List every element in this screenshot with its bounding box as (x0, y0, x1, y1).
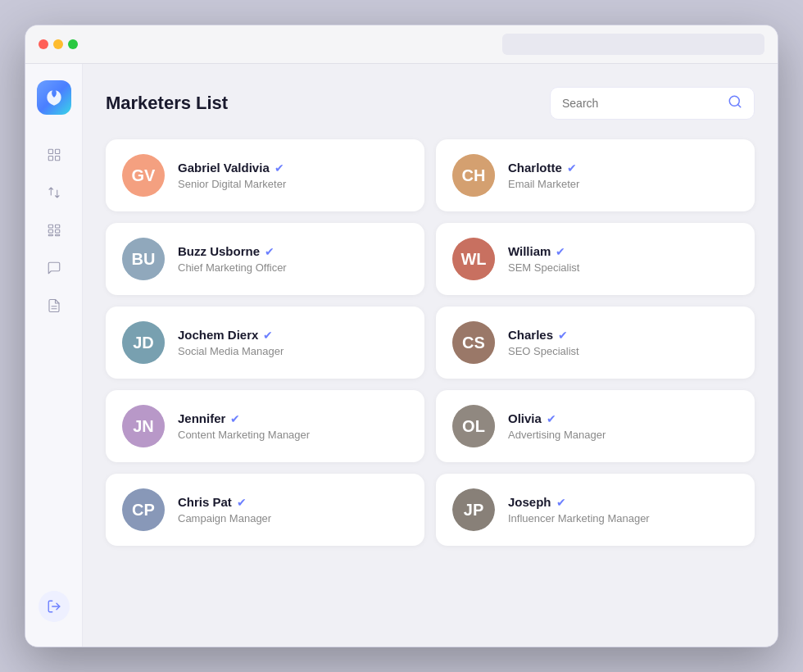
avatar-buzz: BU (122, 238, 165, 280)
marketer-info-gabriel: Gabriel Valdivia ✔ Senior Digital Market… (178, 161, 408, 190)
browser-window: Marketers List GV Gabriel Valdivia (25, 25, 778, 647)
avatar-initials-olivia: OL (452, 405, 495, 447)
svg-rect-8 (48, 234, 52, 236)
verified-icon-joseph: ✔ (556, 496, 566, 509)
marketer-name-row-buzz: Buzz Usborne ✔ (178, 244, 408, 258)
marketer-card-jennifer[interactable]: JN Jennifer ✔ Content Marketing Manager (106, 390, 424, 462)
minimize-button[interactable] (53, 39, 63, 49)
url-bar[interactable] (502, 34, 764, 55)
marketer-card-buzz[interactable]: BU Buzz Usborne ✔ Chief Marketing Office… (106, 223, 424, 295)
marketer-card-charlotte[interactable]: CH Charlotte ✔ Email Marketer (436, 139, 755, 211)
verified-icon-buzz: ✔ (265, 245, 274, 258)
avatar-initials-joseph: JP (452, 488, 495, 531)
marketer-name-row-jochem: Jochem Dierx ✔ (178, 328, 408, 342)
marketer-card-chrispat[interactable]: CP Chris Pat ✔ Campaign Manager (106, 474, 424, 546)
marketer-card-jochem[interactable]: JD Jochem Dierx ✔ Social Media Manager (106, 306, 424, 379)
marketer-name-row-charles: Charles ✔ (508, 328, 738, 342)
nav-layout-icon[interactable] (39, 139, 70, 170)
svg-rect-9 (55, 234, 59, 236)
verified-icon-gabriel: ✔ (274, 161, 284, 175)
marketer-role-olivia: Advertising Manager (508, 429, 738, 441)
marketer-name-william: William (508, 244, 551, 258)
verified-icon-charlotte: ✔ (567, 161, 577, 175)
avatar-chrispat: CP (122, 488, 165, 531)
marketer-info-buzz: Buzz Usborne ✔ Chief Marketing Officer (178, 244, 408, 274)
marketer-info-charlotte: Charlotte ✔ Email Marketer (508, 161, 738, 190)
marketer-info-olivia: Olivia ✔ Advertising Manager (508, 411, 738, 441)
maximize-button[interactable] (68, 39, 78, 49)
marketer-role-william: SEM Specialist (508, 261, 738, 274)
verified-icon-charles: ✔ (558, 329, 568, 342)
marketer-role-buzz: Chief Marketing Officer (178, 261, 408, 274)
avatar-initials-chrispat: CP (122, 488, 165, 531)
svg-rect-6 (48, 229, 52, 233)
avatar-initials-jennifer: JN (122, 405, 165, 447)
marketer-name-row-olivia: Olivia ✔ (508, 411, 738, 425)
marketer-name-row-william: William ✔ (508, 244, 738, 258)
logo-svg (43, 87, 65, 108)
avatar-olivia: OL (452, 405, 495, 447)
nav-document-icon[interactable] (39, 290, 70, 321)
avatar-initials-jochem: JD (122, 321, 165, 364)
svg-rect-2 (48, 157, 52, 161)
verified-icon-jennifer: ✔ (230, 412, 240, 425)
marketer-name-row-charlotte: Charlotte ✔ (508, 161, 738, 175)
avatar-initials-charles: CS (452, 321, 495, 364)
marketer-name-row-joseph: Joseph ✔ (508, 495, 738, 509)
avatar-initials-gabriel: GV (122, 154, 165, 197)
avatar-initials-charlotte: CH (452, 154, 495, 197)
marketer-role-charles: SEO Specialist (508, 345, 738, 357)
marketer-info-chrispat: Chris Pat ✔ Campaign Manager (178, 495, 408, 524)
marketer-info-jennifer: Jennifer ✔ Content Marketing Manager (178, 411, 408, 441)
marketer-name-olivia: Olivia (508, 411, 542, 425)
app-logo (37, 80, 71, 115)
marketer-name-jennifer: Jennifer (178, 411, 225, 425)
marketer-name-chrispat: Chris Pat (178, 495, 232, 509)
avatar-jennifer: JN (122, 405, 165, 447)
marketer-name-charlotte: Charlotte (508, 161, 562, 175)
marketer-role-jochem: Social Media Manager (178, 345, 408, 357)
svg-rect-5 (55, 225, 59, 228)
avatar-initials-buzz: BU (122, 238, 165, 280)
marketer-role-chrispat: Campaign Manager (178, 512, 408, 524)
marketer-card-gabriel[interactable]: GV Gabriel Valdivia ✔ Senior Digital Mar… (106, 139, 424, 211)
nav-sort-icon[interactable] (39, 177, 70, 208)
marketer-role-charlotte: Email Marketer (508, 178, 738, 190)
verified-icon-jochem: ✔ (263, 329, 273, 342)
avatar-initials-william: WL (452, 238, 495, 280)
marketer-card-joseph[interactable]: JP Joseph ✔ Influencer Marketing Manager (436, 474, 755, 546)
avatar-charles: CS (452, 321, 495, 364)
marketer-role-gabriel: Senior Digital Marketer (178, 178, 408, 190)
marketer-name-jochem: Jochem Dierx (178, 328, 258, 342)
logo-area (37, 80, 71, 115)
svg-line-14 (737, 104, 740, 107)
marketer-card-olivia[interactable]: OL Olivia ✔ Advertising Manager (436, 390, 755, 462)
main-content: Marketers List GV Gabriel Valdivia (83, 64, 778, 647)
logout-button[interactable] (39, 591, 70, 622)
marketer-card-william[interactable]: WL William ✔ SEM Specialist (436, 223, 755, 295)
marketer-name-joseph: Joseph (508, 495, 551, 509)
traffic-lights (39, 39, 78, 49)
search-input[interactable] (562, 97, 721, 110)
marketer-name-gabriel: Gabriel Valdivia (178, 161, 270, 175)
avatar-jochem: JD (122, 321, 165, 364)
marketer-name-charles: Charles (508, 328, 553, 342)
nav-grid-icon[interactable] (39, 215, 70, 246)
marketer-role-jennifer: Content Marketing Manager (178, 429, 408, 441)
svg-rect-1 (55, 149, 59, 153)
marketer-card-charles[interactable]: CS Charles ✔ SEO Specialist (436, 306, 755, 379)
marketer-name-row-chrispat: Chris Pat ✔ (178, 495, 408, 509)
nav-chat-icon[interactable] (39, 252, 70, 284)
search-icon[interactable] (728, 94, 742, 112)
avatar-joseph: JP (452, 488, 495, 531)
search-container (550, 87, 755, 120)
marketer-name-buzz: Buzz Usborne (178, 244, 260, 258)
avatar-william: WL (452, 238, 495, 280)
browser-content: Marketers List GV Gabriel Valdivia (25, 64, 778, 647)
marketer-info-charles: Charles ✔ SEO Specialist (508, 328, 738, 357)
marketer-name-row-gabriel: Gabriel Valdivia ✔ (178, 161, 408, 175)
close-button[interactable] (39, 39, 48, 49)
marketer-info-william: William ✔ SEM Specialist (508, 244, 738, 274)
marketer-info-jochem: Jochem Dierx ✔ Social Media Manager (178, 328, 408, 357)
svg-rect-3 (55, 157, 59, 161)
